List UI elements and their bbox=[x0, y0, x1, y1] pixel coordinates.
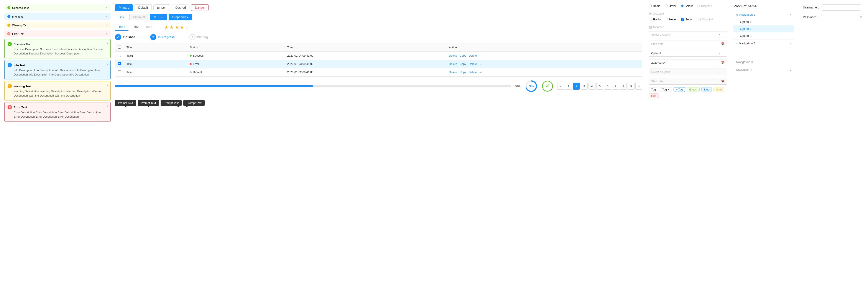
page-1[interactable]: 1 bbox=[565, 83, 572, 90]
date-2[interactable]: 2020-01-04 📅 bbox=[649, 59, 727, 66]
detail-close-btn[interactable]: × bbox=[106, 41, 108, 46]
icon-blue-icon: ⊞ bbox=[154, 16, 156, 19]
page-8[interactable]: 8 bbox=[620, 83, 627, 90]
row3-more[interactable]: ··· bbox=[479, 70, 482, 74]
page-9[interactable]: 9 bbox=[627, 83, 634, 90]
page-3[interactable]: 3 bbox=[581, 83, 588, 90]
tab-2[interactable]: Tab2 bbox=[128, 24, 142, 31]
row3-time: 2020-01-02 09:41:00 bbox=[285, 68, 446, 77]
username-input[interactable] bbox=[822, 4, 861, 11]
product-name: Product name bbox=[734, 4, 794, 11]
tooltip-3[interactable]: Prompt Text bbox=[161, 100, 182, 106]
page-4[interactable]: 4 bbox=[589, 83, 595, 90]
tooltip-4[interactable]: Prompt Text bbox=[183, 100, 205, 106]
row1-copy[interactable]: Copy bbox=[460, 54, 466, 57]
checkbox-selected[interactable]: Select bbox=[681, 18, 693, 21]
row2-checkbox[interactable] bbox=[118, 62, 121, 65]
checkbox-hover[interactable]: Hover bbox=[665, 18, 677, 21]
page-2[interactable]: 2 bbox=[573, 83, 580, 90]
star-3[interactable]: ★ bbox=[175, 25, 179, 30]
default-button[interactable]: Default bbox=[134, 4, 152, 11]
tag-plain-2[interactable]: Tag × bbox=[660, 87, 672, 92]
navigation-section: Product name ◇ Navigation 1 ∧ Option 1 O… bbox=[734, 4, 794, 73]
nav-item-2[interactable]: ◇ Navigation 2 ∨ bbox=[734, 39, 794, 47]
nav-sub-option2[interactable]: Option 2 bbox=[734, 25, 794, 32]
sort-icon-time[interactable]: ↕ bbox=[294, 47, 295, 49]
row2-copy[interactable]: Copy bbox=[460, 62, 466, 65]
radio-unchecked[interactable]: Radio bbox=[649, 4, 660, 8]
sort-icon-title[interactable]: ↕ bbox=[132, 47, 134, 49]
tag-close-icon[interactable]: × bbox=[668, 88, 670, 91]
col-time: Time ↕ bbox=[285, 43, 446, 52]
detail-close-btn[interactable]: × bbox=[106, 62, 108, 66]
icon-button[interactable]: ⊞ Icon bbox=[153, 4, 170, 11]
link-button[interactable]: Link bbox=[115, 14, 128, 20]
row1-delete1[interactable]: Delete bbox=[449, 54, 457, 57]
alert-close-btn[interactable]: × bbox=[106, 24, 107, 27]
select-2[interactable]: Option1 ▾ bbox=[649, 50, 727, 57]
tooltips-row: Prompt Text Prompt Text Prompt Text Prom… bbox=[115, 96, 642, 106]
row1-checkbox[interactable] bbox=[118, 54, 121, 57]
select-1[interactable]: Select a Option ▾ bbox=[649, 31, 727, 38]
page-6[interactable]: 6 bbox=[604, 83, 611, 90]
row2-status: Error bbox=[187, 60, 285, 68]
nav-expand-icon[interactable]: ∧ bbox=[790, 13, 792, 16]
page-7[interactable]: 7 bbox=[612, 83, 619, 90]
page-next[interactable]: > bbox=[636, 83, 642, 90]
radio-hover[interactable]: Hover bbox=[665, 4, 676, 8]
step-inprogress-label: In Progress bbox=[158, 35, 175, 39]
select-3[interactable]: Select a Option ▾ bbox=[649, 68, 727, 75]
date-1[interactable]: Start date 📅 bbox=[649, 40, 727, 47]
radio-selected[interactable]: Select bbox=[681, 4, 693, 8]
row3-delete2[interactable]: Delete bbox=[469, 70, 477, 74]
nav-diamond-icon: ◇ bbox=[736, 13, 738, 16]
nav-spacer bbox=[734, 47, 794, 58]
row3-checkbox[interactable] bbox=[118, 70, 121, 73]
alert-close-btn[interactable]: × bbox=[106, 6, 107, 9]
star-5[interactable]: ☆ bbox=[185, 25, 189, 30]
checkbox-unchecked[interactable]: Radio bbox=[649, 18, 660, 21]
page-5[interactable]: 5 bbox=[596, 83, 603, 90]
alert-simple-warning: ! Warning Text × bbox=[4, 22, 111, 29]
progress-label: 50% bbox=[515, 85, 520, 88]
eye-icon[interactable]: 👁 bbox=[860, 16, 863, 19]
detail-close-btn[interactable]: × bbox=[106, 84, 108, 87]
primary-button[interactable]: Primary bbox=[115, 4, 133, 11]
detail-warning-title: Warning Text bbox=[14, 85, 31, 88]
row3-copy[interactable]: Copy bbox=[460, 70, 466, 74]
password-input[interactable] bbox=[823, 16, 860, 19]
star-4-half[interactable]: ★ bbox=[180, 25, 184, 30]
alert-close-btn[interactable]: × bbox=[106, 32, 107, 36]
radio-disabled-2: Disabled bbox=[649, 12, 664, 15]
username-label: Username： bbox=[803, 6, 820, 9]
nav-collapse-icon[interactable]: ∨ bbox=[790, 42, 792, 45]
tab-1[interactable]: Tab1 bbox=[115, 24, 128, 31]
star-rating[interactable]: ★ ★ ★ ★ ☆ bbox=[164, 25, 189, 30]
nav-item-1[interactable]: ◇ Navigation 1 ∧ bbox=[734, 11, 794, 19]
row3-delete1[interactable]: Delete bbox=[449, 70, 457, 74]
star-2[interactable]: ★ bbox=[169, 25, 174, 30]
icon-blue-button[interactable]: ⊞ Icon bbox=[150, 14, 167, 21]
detail-success-icon: ✓ bbox=[8, 42, 12, 46]
row1-more[interactable]: ··· bbox=[479, 54, 482, 57]
tooltip-1[interactable]: Prompt Text bbox=[115, 100, 136, 106]
row2-more[interactable]: ··· bbox=[479, 62, 482, 65]
table-select-all[interactable] bbox=[118, 46, 121, 49]
dashed-button[interactable]: Dashed bbox=[172, 4, 189, 11]
row1-delete2[interactable]: Delete bbox=[469, 54, 477, 57]
nav-sub-option1[interactable]: Option 1 bbox=[734, 19, 794, 25]
detail-close-btn[interactable]: × bbox=[106, 104, 108, 109]
row2-delete1[interactable]: Delete bbox=[449, 62, 457, 65]
row2-delete2[interactable]: Delete bbox=[469, 62, 477, 65]
star-1[interactable]: ★ bbox=[164, 25, 168, 30]
nav-sub-option3[interactable]: Option 3 bbox=[734, 32, 794, 39]
dropdown-button[interactable]: Dropdown ▾ bbox=[168, 14, 192, 21]
button-row-2: Link Disabled ⊞ Icon Dropdown ▾ bbox=[115, 14, 642, 21]
danger-button[interactable]: Danger bbox=[191, 4, 209, 11]
tooltip-2[interactable]: Prompt Text bbox=[138, 100, 159, 106]
page-prev[interactable]: < bbox=[557, 83, 564, 90]
alert-close-btn[interactable]: × bbox=[106, 15, 107, 18]
password-input-wrap[interactable]: 👁 bbox=[821, 14, 860, 21]
right-panel: Product name ◇ Navigation 1 ∧ Option 1 O… bbox=[729, 4, 864, 121]
tag-add-btn[interactable]: + Tag bbox=[674, 87, 685, 92]
